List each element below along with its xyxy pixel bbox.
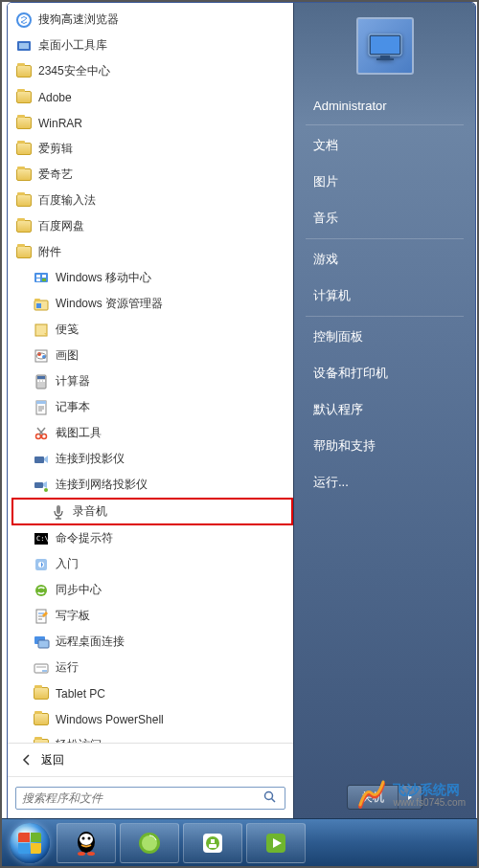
svg-point-40 [35,585,47,596]
program-item[interactable]: 记事本 [11,394,293,420]
back-section: 返回 [8,743,293,776]
program-item[interactable]: Adobe [11,84,293,110]
program-item[interactable]: Windows PowerShell [11,706,293,732]
run-icon [33,659,50,677]
program-label: 连接到网络投影仪 [56,477,148,493]
right-panel-link[interactable]: 设备和打印机 [296,355,473,391]
svg-rect-10 [36,303,41,308]
program-item[interactable]: C:\命令提示符 [11,525,293,551]
program-item[interactable]: 计算器 [11,368,293,394]
program-item[interactable]: 附件 [11,239,293,265]
taskbar-item-browser[interactable] [120,823,179,863]
taskbar-item-app2[interactable] [246,823,306,863]
folder-icon [15,244,33,261]
watermark-text: 飞沙系统网 www.fs0745.com [393,783,466,808]
program-item[interactable]: 录音机 [11,498,293,525]
program-label: WinRAR [38,117,82,130]
program-item[interactable]: 画图 [11,343,293,368]
snip-icon [33,425,50,442]
svg-rect-31 [34,482,43,488]
right-panel-link[interactable]: 音乐 [296,200,473,236]
program-label: 轻松访问 [56,737,102,743]
program-item[interactable]: Tablet PC [11,680,293,706]
program-label: 运行 [56,659,79,676]
explorer-icon [33,296,50,313]
gadget-icon [15,37,33,55]
program-item[interactable]: 连接到投影仪 [11,446,293,472]
program-item[interactable]: 连接到网络投影仪 [11,472,293,498]
svg-rect-54 [380,56,390,58]
svg-rect-66 [211,839,215,843]
user-name-link[interactable]: Administrator [296,89,473,122]
program-label: 命令提示符 [56,530,113,546]
program-item[interactable]: 同步中心 [11,577,293,603]
program-item[interactable]: 轻松访问 [11,732,293,743]
program-label: 连接到投影仪 [56,451,125,467]
program-item[interactable]: 写字板 [11,603,293,629]
right-panel-link[interactable]: 图片 [296,164,473,200]
program-item[interactable]: Windows 资源管理器 [11,291,293,317]
folder-icon [33,711,50,728]
folder-icon [15,115,33,132]
program-item[interactable]: 百度网盘 [11,213,293,239]
svg-point-32 [44,488,48,492]
svg-point-59 [88,836,91,839]
program-item[interactable]: 爱剪辑 [11,136,293,162]
right-panel-link[interactable]: 默认程序 [296,391,473,428]
folder-icon [15,63,33,80]
program-item[interactable]: 截图工具 [11,420,293,446]
program-label: 截图工具 [56,425,102,441]
program-label: Windows PowerShell [56,713,164,726]
program-item[interactable]: 运行 [11,655,293,680]
right-panel-link[interactable]: 控制面板 [296,319,473,355]
program-item[interactable]: 便笺 [11,317,293,343]
program-label: 计算器 [56,373,90,389]
taskbar-item-qq[interactable] [57,823,116,863]
right-panel-link[interactable]: 计算机 [296,278,473,314]
svg-point-57 [80,834,93,845]
program-item[interactable]: 爱奇艺 [11,162,293,188]
start-menu-left-panel: 搜狗高速浏览器桌面小工具库2345安全中心AdobeWinRAR爱剪辑爱奇艺百度… [8,3,293,819]
folder-icon [15,167,33,184]
right-panel-link[interactable]: 帮助和支持 [296,428,473,464]
svg-rect-48 [36,666,46,668]
sticky-icon [33,322,50,339]
program-item[interactable]: 远程桌面连接 [11,629,293,655]
svg-rect-22 [36,401,46,404]
paint-icon [33,347,50,365]
user-avatar[interactable] [356,17,414,75]
recorder-icon [50,503,67,521]
right-panel-link[interactable]: 游戏 [296,241,473,278]
program-item[interactable]: 搜狗高速浏览器 [11,7,293,33]
right-panel-link[interactable]: 运行... [296,464,473,501]
svg-rect-17 [37,376,45,379]
svg-rect-67 [209,844,217,848]
right-panel-link[interactable]: 文档 [296,127,473,164]
program-item[interactable]: 入门 [11,551,293,577]
program-label: 远程桌面连接 [56,634,125,650]
svg-point-58 [82,836,85,839]
sync-icon [33,582,50,599]
search-box[interactable] [15,787,285,810]
program-item[interactable]: 2345安全中心 [11,58,293,84]
program-item[interactable]: Windows 移动中心 [11,265,293,291]
all-programs-list[interactable]: 搜狗高速浏览器桌面小工具库2345安全中心AdobeWinRAR爱剪辑爱奇艺百度… [8,3,293,743]
taskbar-item-app1[interactable] [183,823,242,863]
search-input[interactable] [22,791,263,805]
svg-rect-2 [19,43,29,49]
program-item[interactable]: 桌面小工具库 [11,33,293,58]
watermark-logo-icon [356,780,387,811]
folder-icon [15,89,33,106]
svg-rect-18 [37,380,39,382]
back-button[interactable]: 返回 [12,748,288,771]
search-icon [263,790,279,806]
svg-rect-20 [43,380,45,382]
program-label: 爱奇艺 [38,167,73,183]
start-button[interactable] [7,820,53,866]
watermark: 飞沙系统网 www.fs0745.com [356,780,466,811]
svg-rect-6 [36,278,40,281]
program-label: 画图 [56,347,79,364]
program-item[interactable]: 百度输入法 [11,188,293,213]
program-item[interactable]: WinRAR [11,110,293,136]
windows-flag-icon [18,833,41,854]
